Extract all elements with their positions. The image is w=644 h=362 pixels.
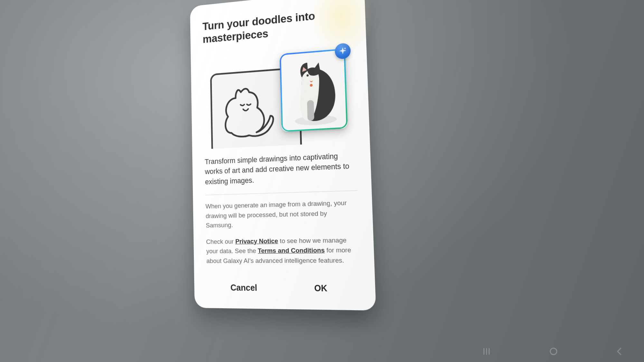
system-navigation-bar: [482, 346, 625, 357]
legal-prefix: Check our: [206, 238, 235, 245]
privacy-note: When you generate an image from a drawin…: [205, 198, 359, 230]
privacy-notice-link[interactable]: Privacy Notice: [235, 237, 278, 245]
feature-intro-dialog: Turn your doodles into masterpieces: [190, 0, 376, 311]
generated-art-card: [279, 48, 348, 132]
divider: [205, 190, 358, 195]
svg-rect-1: [307, 100, 314, 120]
ai-sparkle-badge-icon: [335, 42, 351, 59]
terms-and-conditions-link[interactable]: Terms and Conditions: [258, 246, 325, 254]
dialog-illustration: [210, 44, 358, 147]
screen-background: Turn your doodles into masterpieces: [0, 0, 644, 362]
dialog-title: Turn your doodles into masterpieces: [202, 6, 352, 46]
dialog-description: Transform simple drawings into captivati…: [205, 150, 357, 187]
cat-art-icon: [283, 122, 346, 131]
ok-button[interactable]: OK: [281, 277, 361, 300]
legal-text: Check our Privacy Notice to see how we m…: [206, 235, 360, 265]
nav-home-icon[interactable]: [548, 346, 559, 357]
svg-point-4: [550, 348, 557, 355]
nav-back-icon[interactable]: [614, 346, 625, 357]
dialog-button-row: Cancel OK: [207, 275, 361, 300]
nav-recent-icon[interactable]: [482, 346, 493, 357]
cancel-button[interactable]: Cancel: [207, 277, 282, 299]
